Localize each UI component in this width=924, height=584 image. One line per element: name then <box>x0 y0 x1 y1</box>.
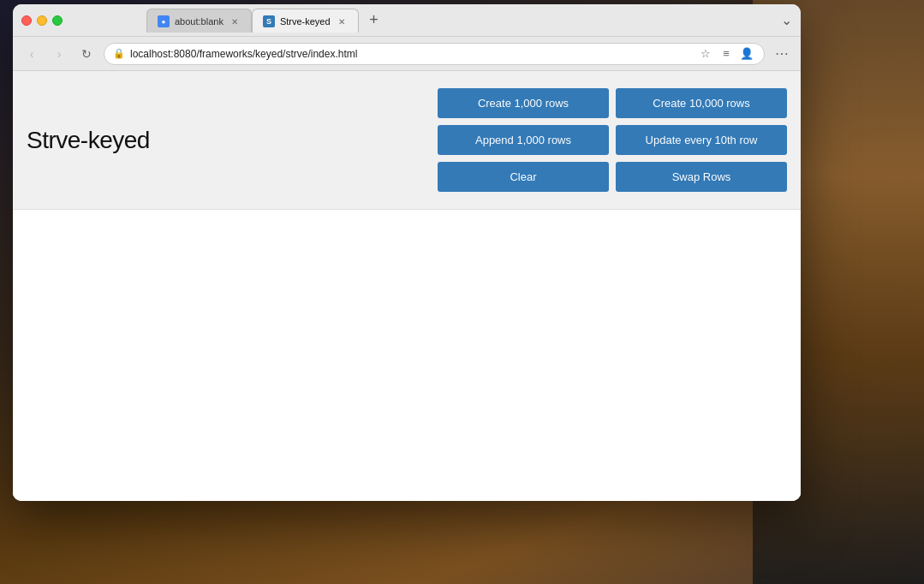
address-bar-icons: ☆ ≡ 👤 <box>697 45 755 63</box>
tab-strve[interactable]: S Strve-keyed ✕ <box>252 9 359 33</box>
tab-bar: ● about:blank ✕ S Strve-keyed ✕ + <box>78 9 760 33</box>
browser-more-button[interactable]: ⋯ <box>772 44 792 64</box>
refresh-button[interactable]: ↻ <box>76 44 97 64</box>
create-1000-button[interactable]: Create 1,000 rows <box>438 88 609 118</box>
tab-strve-favicon: S <box>263 15 275 27</box>
swap-rows-button[interactable]: Swap Rows <box>616 162 787 192</box>
tab-strve-close[interactable]: ✕ <box>336 15 348 27</box>
back-button[interactable]: ‹ <box>21 44 42 64</box>
url-text: localhost:8080/frameworks/keyed/strve/in… <box>130 48 692 60</box>
page-content: Strve-keyed Create 1,000 rows Create 10,… <box>13 71 801 501</box>
minimize-window-button[interactable] <box>37 15 47 26</box>
bookmark-icon[interactable]: ☆ <box>697 45 714 63</box>
maximize-window-button[interactable] <box>52 15 63 26</box>
address-bar[interactable]: 🔒 localhost:8080/frameworks/keyed/strve/… <box>104 43 765 65</box>
tab-blank-title: about:blank <box>175 16 224 27</box>
main-content-area <box>13 210 801 501</box>
forward-button[interactable]: › <box>49 44 69 64</box>
app-title: Strve-keyed <box>27 127 150 154</box>
reader-icon[interactable]: ≡ <box>718 45 735 63</box>
tab-strve-title: Strve-keyed <box>280 16 331 27</box>
new-tab-button[interactable]: + <box>362 9 386 33</box>
append-1000-button[interactable]: Append 1,000 rows <box>438 125 609 155</box>
tab-blank[interactable]: ● about:blank ✕ <box>146 9 252 33</box>
lock-icon: 🔒 <box>113 48 125 59</box>
action-buttons-grid: Create 1,000 rows Create 10,000 rows App… <box>438 88 787 192</box>
create-10000-button[interactable]: Create 10,000 rows <box>616 88 787 118</box>
tab-blank-close[interactable]: ✕ <box>229 15 241 27</box>
app-header: Strve-keyed Create 1,000 rows Create 10,… <box>13 71 801 210</box>
tab-blank-favicon: ● <box>158 15 170 27</box>
profile-icon[interactable]: 👤 <box>738 45 755 63</box>
update-every-10th-button[interactable]: Update every 10th row <box>616 125 787 155</box>
browser-window: ● about:blank ✕ S Strve-keyed ✕ + ⌄ ‹ › <box>13 4 801 501</box>
close-window-button[interactable] <box>21 15 32 26</box>
clear-button[interactable]: Clear <box>438 162 609 192</box>
address-bar-row: ‹ › ↻ 🔒 localhost:8080/frameworks/keyed/… <box>13 37 801 71</box>
title-bar: ● about:blank ✕ S Strve-keyed ✕ + ⌄ <box>13 4 801 37</box>
browser-menu-button[interactable]: ⌄ <box>781 12 792 28</box>
traffic-lights <box>21 15 63 26</box>
